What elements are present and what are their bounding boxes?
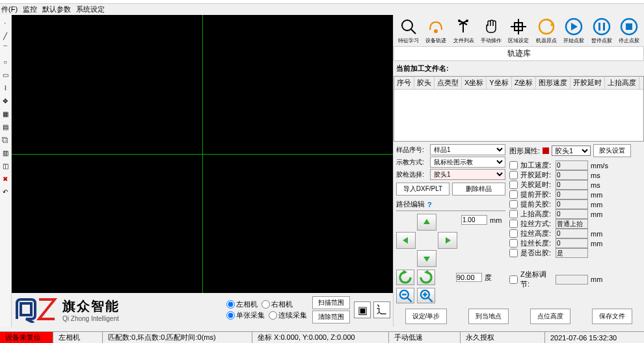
attr-check-3[interactable]: [509, 190, 518, 199]
status-camera: 左相机: [53, 332, 103, 343]
menu-system[interactable]: 系统设定: [76, 5, 105, 14]
tool-del-icon[interactable]: ✖: [0, 173, 10, 184]
set-step-button[interactable]: 设定/单步: [405, 309, 448, 324]
svg-marker-17: [423, 219, 430, 224]
manual-op-button[interactable]: 手动操作: [477, 16, 504, 45]
radio-right-camera[interactable]: 右相机: [262, 299, 293, 309]
rotate-ccw-button[interactable]: [396, 270, 414, 285]
menu-file[interactable]: 件(F): [1, 5, 18, 14]
goto-point-button[interactable]: 到当地点: [468, 309, 509, 324]
right-toolbar: 特征学习 设备轨迹 文件列表 手动操作 区域设定 机器原点 开始点胶 暂停点胶 …: [394, 15, 644, 46]
tool-layer-icon[interactable]: ▤: [0, 121, 10, 132]
crosshair-horizontal: [12, 154, 393, 155]
th-x: X坐标: [462, 77, 487, 89]
attr-input-2[interactable]: [556, 180, 588, 190]
attr-check-1[interactable]: [509, 171, 518, 179]
help-icon[interactable]: ?: [427, 201, 432, 209]
fit-view-icon[interactable]: ▣: [354, 301, 371, 318]
area-set-button[interactable]: 区域设定: [505, 16, 532, 45]
tool-point-icon[interactable]: ·: [0, 18, 10, 28]
clear-range-button[interactable]: 清除范围: [312, 311, 350, 324]
svg-line-25: [407, 298, 412, 302]
arrow-right-button[interactable]: [438, 232, 457, 249]
teach-select[interactable]: 鼠标绘图示教: [430, 157, 505, 168]
status-speed: 手动低速: [389, 332, 461, 343]
attr-check-8[interactable]: [509, 239, 518, 248]
attr-check-7[interactable]: [509, 229, 518, 238]
menu-defaults[interactable]: 默认参数: [42, 5, 71, 14]
tool-line-icon[interactable]: ╱: [0, 31, 10, 41]
delete-sample-button[interactable]: 删除样品: [452, 183, 505, 196]
feature-learn-button[interactable]: 特征学习: [395, 16, 422, 45]
start-button[interactable]: 开始点胶: [561, 16, 587, 45]
point-height-button[interactable]: 点位高度: [530, 309, 570, 324]
pause-button[interactable]: 暂停点胶: [588, 16, 615, 45]
svg-marker-21: [403, 270, 408, 275]
tool-undo-icon[interactable]: ↶: [0, 186, 10, 197]
radio-continuous-capture[interactable]: 连续采集: [269, 311, 307, 320]
attr-input-3[interactable]: [556, 190, 588, 199]
scan-range-button[interactable]: 扫描范围: [312, 296, 350, 309]
attr-check-4[interactable]: [509, 200, 518, 209]
canvas[interactable]: [12, 15, 393, 293]
export-icon[interactable]: ⻌: [373, 301, 390, 318]
attr-check-2[interactable]: [509, 181, 518, 189]
z-adjust-check[interactable]: [509, 275, 518, 284]
tool-move-icon[interactable]: ✥: [0, 95, 10, 106]
device-trace-button[interactable]: 设备轨迹: [422, 16, 449, 45]
import-dxf-button[interactable]: 导入DXF/PLT: [396, 183, 449, 196]
stop-button[interactable]: 停止点胶: [616, 16, 643, 45]
file-list-button[interactable]: 文件列表: [450, 16, 477, 45]
tool-array-icon[interactable]: ▥: [0, 147, 10, 158]
glue-select[interactable]: 胶头1: [430, 169, 505, 180]
attr-unit-0: mm/s: [591, 162, 604, 170]
status-device: 设备未复位: [0, 332, 53, 343]
arrow-up-button[interactable]: [417, 214, 436, 231]
attr-input-1[interactable]: [556, 170, 588, 180]
head-select[interactable]: 胶头1: [552, 146, 591, 156]
rotate-cw-button[interactable]: [417, 270, 435, 285]
head-setting-button[interactable]: 胶头设置: [593, 144, 631, 157]
attr-input-8[interactable]: [556, 238, 588, 248]
tool-arc-icon[interactable]: ⌒: [0, 44, 10, 54]
tool-copy-icon[interactable]: ⿻: [0, 134, 10, 145]
attr-input-7[interactable]: [556, 229, 588, 238]
radio-single-capture[interactable]: 单张采集: [226, 311, 265, 320]
trace-lib-title: 轨迹库: [394, 46, 644, 61]
attr-input-4[interactable]: [556, 199, 588, 209]
attr-check-0[interactable]: [509, 161, 518, 170]
step-mm-input[interactable]: [461, 215, 487, 225]
menubar: 件(F) 监控 默认参数 系统设定: [0, 4, 644, 15]
menu-monitor[interactable]: 监控: [23, 5, 37, 14]
data-table[interactable]: 序号 胶头 点类型 X坐标 Y坐标 Z坐标 图形速度 开胶延时 上抬高度: [394, 76, 644, 142]
logo-cn: 旗众智能: [62, 298, 120, 315]
attr-label-6: 拉丝方式:: [520, 219, 553, 229]
svg-marker-22: [424, 270, 429, 275]
attr-check-6[interactable]: [509, 220, 518, 228]
tool-rect-icon[interactable]: ▭: [0, 70, 10, 80]
attr-input-6[interactable]: [556, 219, 588, 229]
deg-unit: 度: [485, 273, 492, 283]
zoom-out-button[interactable]: [396, 288, 414, 303]
radio-left-camera[interactable]: 左相机: [226, 299, 258, 309]
attr-input-9[interactable]: [556, 248, 588, 258]
svg-marker-19: [446, 237, 451, 244]
z-adjust-input[interactable]: [556, 275, 588, 285]
sample-seq-select[interactable]: 样品1: [430, 144, 505, 155]
attr-input-0[interactable]: [556, 160, 588, 170]
origin-button[interactable]: 机器原点: [533, 16, 559, 45]
attr-check-5[interactable]: [509, 210, 518, 218]
attr-check-9[interactable]: [509, 249, 518, 257]
svg-rect-13: [598, 23, 600, 31]
save-file-button[interactable]: 保存文件: [592, 309, 632, 324]
rotate-deg-input[interactable]: [456, 273, 482, 282]
th-z: Z坐标: [512, 77, 537, 89]
tool-text-icon[interactable]: ▦: [0, 108, 10, 119]
zoom-in-button[interactable]: [417, 288, 435, 303]
tool-sel-icon[interactable]: ◫: [0, 160, 10, 171]
arrow-down-button[interactable]: [417, 250, 436, 267]
arrow-left-button[interactable]: [396, 232, 416, 249]
tool-polyline-icon[interactable]: ⌇: [0, 83, 10, 93]
tool-circle-icon[interactable]: ○: [0, 57, 10, 67]
attr-input-5[interactable]: [556, 209, 588, 219]
